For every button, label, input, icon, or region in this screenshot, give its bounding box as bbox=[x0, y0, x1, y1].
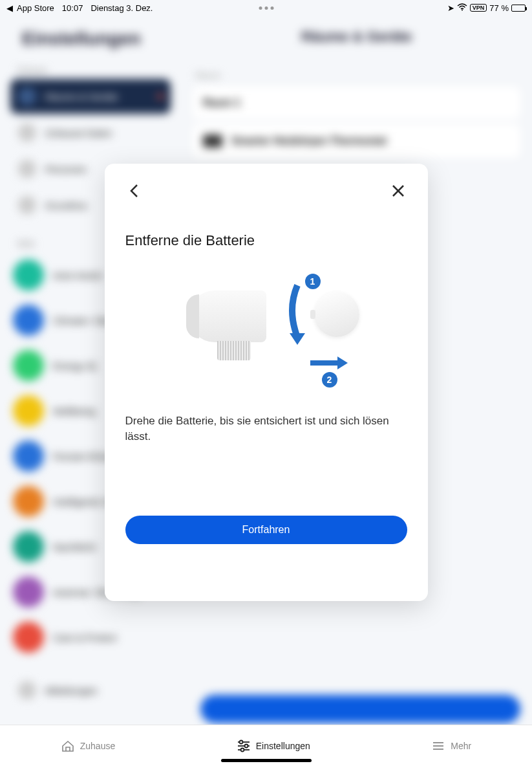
menu-icon bbox=[431, 739, 445, 753]
section-label: Zuhause bbox=[10, 62, 171, 79]
sidebar-item-homedata[interactable]: Zuhause-Daten bbox=[10, 115, 171, 150]
home-indicator[interactable] bbox=[221, 759, 312, 762]
remove-battery-modal: Entferne die Batterie 1 2 Drehe die Batt… bbox=[105, 164, 428, 601]
back-caret-icon[interactable]: ◀ bbox=[6, 3, 13, 13]
back-button[interactable] bbox=[125, 182, 144, 200]
main-section-label: Räume bbox=[193, 65, 520, 87]
battery-cap-icon bbox=[314, 292, 359, 337]
continue-button[interactable]: Fortfahren bbox=[125, 516, 407, 544]
svg-rect-4 bbox=[310, 360, 337, 366]
nav-settings[interactable]: Einstellungen bbox=[237, 739, 310, 753]
close-icon bbox=[392, 184, 405, 197]
nav-more[interactable]: Mehr bbox=[431, 739, 471, 753]
battery-pct-label: 77 % bbox=[489, 3, 509, 13]
main-title: Räume & Geräte bbox=[193, 28, 520, 45]
sliders-icon bbox=[237, 739, 251, 753]
time-label: 10:07 bbox=[62, 3, 83, 13]
settings-title: Einstellungen bbox=[10, 16, 171, 62]
chevron-left-icon bbox=[129, 184, 140, 198]
room-card[interactable]: Raum 1 bbox=[193, 87, 520, 119]
svg-point-7 bbox=[239, 740, 242, 743]
nav-label: Zuhause bbox=[80, 741, 115, 751]
status-bar: ◀ App Store 10:07 Dienstag 3. Dez. ➤ VPN… bbox=[0, 0, 532, 16]
step-1-badge: 1 bbox=[305, 274, 321, 289]
svg-point-0 bbox=[462, 9, 463, 10]
rotate-arrow-icon bbox=[284, 278, 310, 349]
step-2-badge: 2 bbox=[322, 372, 337, 388]
wifi-icon bbox=[457, 3, 467, 13]
sidebar-item-rooms[interactable]: Räume & Geräte bbox=[10, 79, 171, 114]
date-label: Dienstag 3. Dez. bbox=[90, 3, 153, 13]
illustration: 1 2 bbox=[125, 265, 407, 394]
modal-description: Drehe die Batterie, bis sie entsichert i… bbox=[125, 413, 407, 444]
thermostat-body-icon bbox=[189, 290, 266, 342]
close-button[interactable] bbox=[389, 182, 407, 200]
svg-point-11 bbox=[240, 748, 244, 751]
home-icon bbox=[61, 739, 75, 753]
modal-title: Entferne die Batterie bbox=[125, 232, 407, 249]
device-card[interactable]: Smarter Heizkörper-Thermostat bbox=[193, 124, 520, 158]
multitask-dots-icon[interactable] bbox=[259, 6, 273, 10]
svg-point-9 bbox=[244, 744, 248, 747]
battery-icon bbox=[511, 5, 526, 12]
location-icon: ➤ bbox=[447, 3, 454, 13]
svg-marker-5 bbox=[337, 356, 348, 369]
add-device-button[interactable] bbox=[200, 695, 520, 723]
nav-label: Mehr bbox=[451, 741, 471, 751]
nav-home[interactable]: Zuhause bbox=[61, 739, 115, 753]
svg-marker-3 bbox=[290, 333, 305, 345]
sidebar-item-notifications[interactable]: Mitteilungen bbox=[10, 673, 171, 708]
skill-item[interactable]: Care & Protect bbox=[10, 615, 171, 660]
vpn-badge: VPN bbox=[470, 4, 487, 12]
back-app-label[interactable]: App Store bbox=[17, 3, 54, 13]
nav-label: Einstellungen bbox=[256, 741, 310, 751]
pull-arrow-icon bbox=[310, 356, 348, 369]
